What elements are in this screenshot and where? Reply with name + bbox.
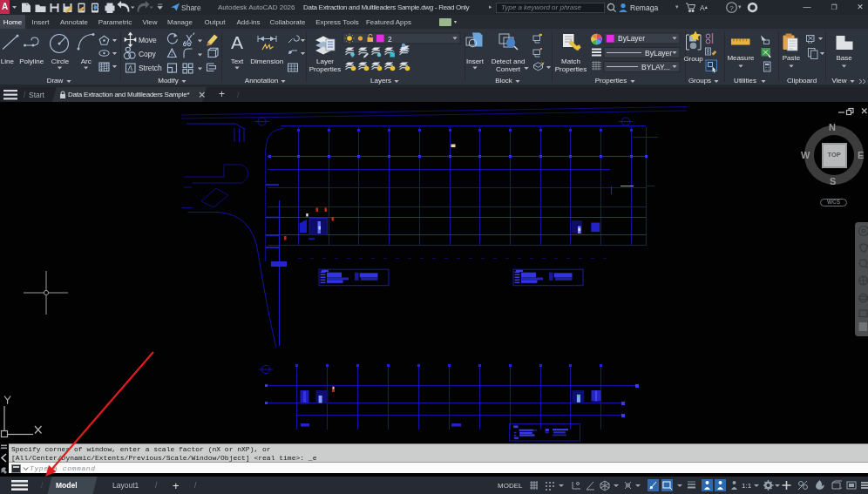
svg-text:Modify: Modify (158, 77, 179, 85)
svg-text:Measure: Measure (727, 54, 755, 62)
svg-text:BYLAY...: BYLAY... (641, 63, 670, 71)
svg-text:Stretch: Stretch (139, 64, 162, 72)
svg-text:ByLayer: ByLayer (618, 34, 645, 43)
svg-text:Arc: Arc (81, 58, 92, 65)
svg-text:Block: Block (495, 77, 513, 85)
svg-text:Group: Group (683, 55, 703, 63)
svg-text:Clipboard: Clipboard (787, 77, 817, 85)
svg-text:A: A (231, 32, 243, 52)
svg-text:Line: Line (1, 58, 15, 65)
svg-text:Base: Base (836, 54, 852, 62)
svg-text:Copy: Copy (139, 50, 157, 58)
svg-text:ByLayer: ByLayer (645, 49, 672, 58)
svg-text:?: ? (729, 4, 734, 12)
svg-text:2: 2 (388, 35, 392, 44)
svg-text:Properties: Properties (555, 65, 587, 73)
svg-text:Properties: Properties (309, 65, 341, 73)
svg-text:Layers: Layers (370, 77, 391, 85)
svg-text:Text: Text (231, 58, 244, 65)
svg-text:Draw: Draw (47, 77, 64, 85)
svg-text:Properties: Properties (595, 77, 627, 85)
svg-text:Detect and: Detect and (492, 58, 526, 65)
svg-text:Paste: Paste (783, 54, 801, 62)
svg-text:Circle: Circle (51, 58, 70, 65)
svg-text:Utilities: Utilities (734, 77, 756, 85)
svg-text:Dimension: Dimension (250, 58, 283, 65)
svg-text:Move: Move (139, 36, 157, 44)
svg-text:Annotation: Annotation (245, 77, 278, 85)
svg-text:Convert: Convert (496, 65, 521, 73)
svg-text:Polyline: Polyline (19, 58, 44, 65)
svg-text:Match: Match (561, 58, 580, 65)
svg-text:Layer: Layer (316, 58, 334, 65)
svg-text:View: View (831, 77, 846, 85)
svg-text:Insert: Insert (466, 58, 485, 65)
svg-text:Groups: Groups (688, 77, 711, 85)
